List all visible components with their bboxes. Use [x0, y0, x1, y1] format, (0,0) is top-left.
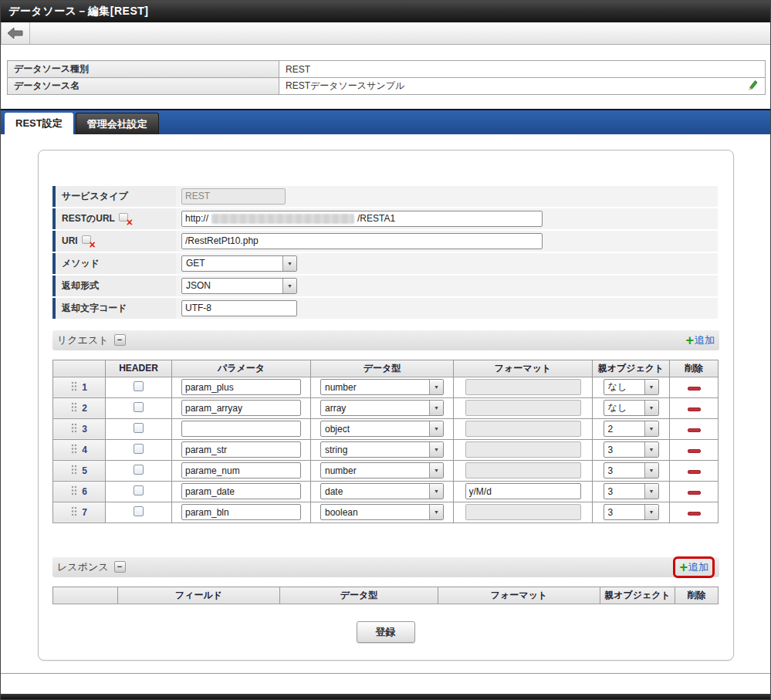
- header-checkbox[interactable]: [134, 485, 144, 495]
- response-section-title: レスポンス: [57, 560, 109, 574]
- parameter-input[interactable]: [181, 483, 301, 499]
- datasource-name-value: RESTデータソースサンプル: [286, 79, 404, 93]
- row-drag-handle[interactable]: 4: [53, 444, 105, 456]
- parent-object-select[interactable]: なし ▼: [604, 400, 659, 416]
- method-select[interactable]: GET ▼: [181, 255, 297, 272]
- datatype-select[interactable]: object ▼: [320, 421, 444, 437]
- format-input[interactable]: [465, 504, 581, 520]
- form-row: メソッド GET ▼: [52, 253, 718, 274]
- delete-row-button[interactable]: [688, 428, 701, 432]
- parent-object-select[interactable]: 3 ▼: [604, 504, 659, 520]
- return-format-select[interactable]: JSON ▼: [181, 278, 297, 294]
- format-input[interactable]: [465, 379, 581, 395]
- header-checkbox[interactable]: [134, 444, 144, 454]
- collapse-minus-button[interactable]: −: [114, 561, 126, 573]
- parameter-input[interactable]: [181, 400, 301, 416]
- service-type-input: [181, 188, 286, 205]
- chevron-down-icon: ▼: [429, 421, 443, 436]
- pencil-icon[interactable]: [746, 79, 759, 93]
- chevron-down-icon: ▼: [429, 463, 443, 478]
- datatype-selected-value: array: [321, 403, 346, 414]
- parent-object-select[interactable]: なし ▼: [604, 379, 659, 395]
- format-input[interactable]: [465, 421, 581, 437]
- row-drag-handle[interactable]: 2: [53, 402, 105, 414]
- datasource-type-value: REST: [279, 61, 766, 78]
- return-charset-input[interactable]: [181, 300, 297, 316]
- parameter-input[interactable]: [181, 421, 301, 437]
- datatype-select[interactable]: number ▼: [320, 379, 444, 395]
- header-checkbox[interactable]: [134, 423, 144, 433]
- datatype-selected-value: number: [321, 382, 357, 393]
- parent-selected-value: 3: [604, 465, 614, 476]
- toolbar: [1, 22, 770, 46]
- row-drag-handle[interactable]: 7: [53, 506, 105, 519]
- row-number: 6: [82, 486, 87, 497]
- header-checkbox[interactable]: [134, 402, 144, 412]
- parent-object-select[interactable]: 3 ▼: [604, 462, 659, 479]
- format-input[interactable]: [465, 462, 581, 479]
- response-table: フィールド データ型 フォーマット 親オブジェクト 削除: [52, 587, 719, 604]
- parent-selected-value: なし: [604, 380, 627, 394]
- datatype-select[interactable]: boolean ▼: [320, 504, 444, 520]
- rest-url-input[interactable]: http:// /RESTA1: [181, 211, 543, 227]
- header-checkbox[interactable]: [134, 465, 144, 475]
- parameter-input[interactable]: [181, 462, 301, 479]
- collapse-minus-button[interactable]: −: [114, 334, 126, 346]
- delete-row-button[interactable]: [688, 491, 701, 495]
- parent-object-select[interactable]: 3 ▼: [604, 483, 659, 499]
- parameter-input[interactable]: [181, 504, 301, 520]
- tab-rest-settings[interactable]: REST設定: [5, 113, 73, 134]
- request-table-row: 6 date ▼ 3 ▼: [53, 481, 719, 502]
- parameter-input[interactable]: [181, 441, 301, 458]
- red-highlight-annotation: + 追加: [673, 556, 715, 578]
- datatype-select[interactable]: array ▼: [320, 400, 444, 416]
- col-header-drag: [53, 587, 118, 604]
- parameter-input[interactable]: [181, 379, 301, 395]
- row-drag-handle[interactable]: 1: [53, 381, 105, 394]
- response-add-button[interactable]: + 追加: [679, 560, 708, 574]
- url-suffix: /RESTA1: [357, 213, 395, 224]
- col-header-delete: 削除: [670, 360, 719, 377]
- row-drag-handle[interactable]: 6: [53, 485, 105, 498]
- delete-row-button[interactable]: [688, 407, 701, 411]
- drag-dots-icon: [71, 381, 77, 394]
- delete-row-button[interactable]: [688, 449, 701, 453]
- tab-bar: REST設定 管理会社設定: [1, 109, 770, 134]
- request-table: HEADER パラメータ データ型 フォーマット 親オブジェクト 削除: [52, 360, 719, 523]
- back-button[interactable]: [2, 22, 29, 45]
- request-add-button[interactable]: + 追加: [685, 333, 715, 347]
- drag-dots-icon: [71, 423, 77, 435]
- datatype-select[interactable]: string ▼: [320, 441, 444, 458]
- row-number: 4: [82, 445, 87, 455]
- datatype-select[interactable]: date ▼: [320, 483, 444, 499]
- header-checkbox[interactable]: [134, 381, 144, 391]
- format-input[interactable]: [465, 400, 581, 416]
- chevron-down-icon: ▼: [429, 442, 443, 457]
- col-header-parameter: パラメータ: [172, 360, 311, 377]
- delete-row-button[interactable]: [688, 512, 701, 516]
- request-table-header-row: HEADER パラメータ データ型 フォーマット 親オブジェクト 削除: [53, 360, 719, 377]
- datatype-selected-value: date: [321, 486, 343, 497]
- datatype-select[interactable]: number ▼: [320, 462, 444, 479]
- delete-row-button[interactable]: [688, 387, 701, 391]
- col-header-format: フォーマット: [454, 360, 593, 377]
- request-section-header: リクエスト − + 追加: [52, 330, 719, 350]
- drag-dots-icon: [71, 402, 77, 414]
- form-row: URI ×: [52, 231, 718, 252]
- datasource-name-label: データソース名: [8, 78, 279, 95]
- format-input[interactable]: [465, 441, 581, 458]
- uri-input[interactable]: [181, 233, 543, 249]
- format-input[interactable]: [465, 483, 581, 499]
- request-table-row: 4 string ▼ 3 ▼: [53, 439, 719, 460]
- request-table-row: 3 object ▼ 2 ▼: [53, 418, 719, 439]
- tab-admin-company-settings[interactable]: 管理会社設定: [76, 113, 159, 134]
- header-checkbox[interactable]: [134, 506, 144, 516]
- row-drag-handle[interactable]: 3: [53, 423, 105, 435]
- register-button[interactable]: 登録: [357, 621, 415, 643]
- parent-object-select[interactable]: 2 ▼: [604, 421, 659, 437]
- parent-object-select[interactable]: 3 ▼: [604, 441, 659, 458]
- row-number: 5: [82, 465, 87, 476]
- row-drag-handle[interactable]: 5: [53, 465, 105, 477]
- chevron-down-icon: ▼: [282, 256, 296, 271]
- delete-row-button[interactable]: [688, 470, 701, 474]
